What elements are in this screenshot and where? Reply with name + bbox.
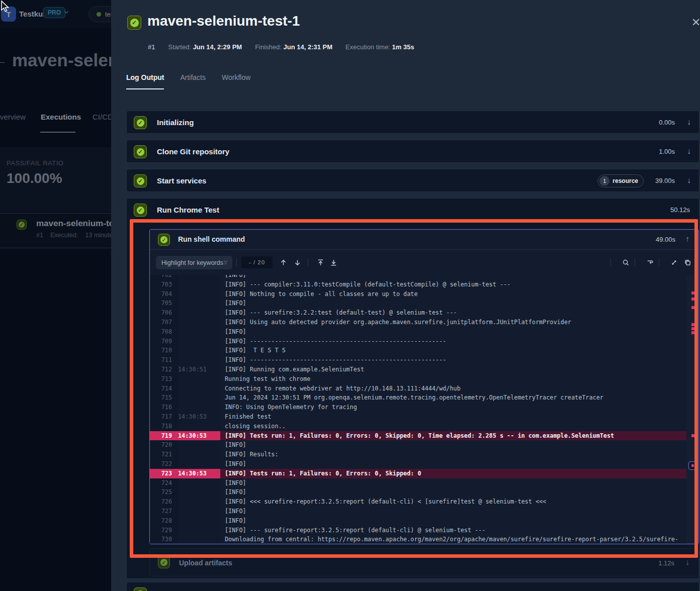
log-line[interactable]: 718closing session.. xyxy=(150,422,686,431)
log-line[interactable]: 711[INFO] ------------------------------… xyxy=(150,355,686,365)
current-match-marker[interactable] xyxy=(688,461,697,470)
line-number[interactable]: 720 xyxy=(150,440,178,450)
line-wrap-icon[interactable] xyxy=(643,256,656,269)
search-match-marker[interactable] xyxy=(691,298,694,301)
expand-down-icon[interactable]: ↓ xyxy=(687,176,691,185)
line-number[interactable]: 728 xyxy=(150,516,178,526)
line-content: [INFO] xyxy=(220,487,246,497)
line-number[interactable]: 717 xyxy=(150,412,178,422)
log-viewer[interactable]: 702[INFO]703[INFO] --- compiler:3.11.0:t… xyxy=(150,275,699,544)
step-initializing[interactable]: ✓ Initializing 0.00s ↓ xyxy=(126,111,699,134)
log-line[interactable]: 721[INFO] Results: xyxy=(150,450,686,459)
expand-down-icon[interactable]: ↓ xyxy=(685,558,689,567)
line-content: [INFO] xyxy=(220,440,246,450)
log-line[interactable]: 709[INFO] ------------------------------… xyxy=(150,337,686,346)
line-content: [INFO] --- surefire:3.2.2:test (default-… xyxy=(220,308,457,318)
tab-workflow[interactable]: Workflow xyxy=(222,73,250,89)
log-line[interactable]: 72314:30:53[INFO] Tests run: 1, Failures… xyxy=(150,469,686,478)
log-line[interactable]: 704[INFO] Nothing to compile - all class… xyxy=(150,289,686,299)
log-line[interactable]: 728[INFO] xyxy=(150,516,686,526)
copy-icon[interactable] xyxy=(681,256,694,269)
line-number[interactable]: 715 xyxy=(150,393,178,403)
line-number[interactable]: 725 xyxy=(150,487,178,497)
step-run-chrome-test[interactable]: ✓ Run Chrome Test 50.12s ✓ Run shell com… xyxy=(126,198,699,579)
line-number[interactable]: 713 xyxy=(150,374,178,384)
line-number[interactable]: 708 xyxy=(150,327,178,337)
line-number[interactable]: 705 xyxy=(150,299,178,308)
line-timestamp xyxy=(178,440,220,450)
expand-down-icon[interactable]: ↓ xyxy=(687,147,691,156)
log-line[interactable]: 713Running test with chrome xyxy=(150,374,686,384)
step-start-services[interactable]: ✓ Start services 1 resource 39.00s ↓ xyxy=(126,169,699,192)
log-line[interactable]: 703[INFO] --- compiler:3.11.0:testCompil… xyxy=(150,280,686,289)
line-number[interactable]: 730 xyxy=(150,535,178,544)
line-number[interactable]: 703 xyxy=(150,280,178,289)
log-line[interactable]: 705[INFO] xyxy=(150,299,686,308)
log-line[interactable]: 715Jun 14, 2024 12:30:51 PM org.openqa.s… xyxy=(150,393,686,403)
line-number[interactable]: 706 xyxy=(150,308,178,318)
scroll-to-top-icon[interactable] xyxy=(314,256,327,269)
log-line[interactable]: 726[INFO] <<< surefire-report:3.2.5:repo… xyxy=(150,497,686,507)
tab-log-output[interactable]: Log Output xyxy=(126,73,164,89)
line-number[interactable]: 727 xyxy=(150,507,178,516)
search-match-marker[interactable] xyxy=(691,331,694,334)
close-icon[interactable]: ✕ xyxy=(689,16,700,29)
line-number[interactable]: 702 xyxy=(150,275,178,280)
line-number[interactable]: 719 xyxy=(150,431,178,441)
line-number[interactable]: 711 xyxy=(150,355,178,365)
log-line[interactable]: 716INFO: Using OpenTelemetry for tracing xyxy=(150,403,686,412)
log-line[interactable]: 71914:30:53[INFO] Tests run: 1, Failures… xyxy=(150,431,686,441)
fullscreen-expand-icon[interactable] xyxy=(667,256,680,269)
modal-backdrop[interactable] xyxy=(0,0,111,591)
log-line[interactable]: 727[INFO] xyxy=(150,507,686,516)
log-line[interactable]: 722[INFO] xyxy=(150,459,686,469)
shell-panel-header[interactable]: ✓ Run shell command 49.00s ↑ xyxy=(150,230,698,250)
search-match-marker[interactable] xyxy=(691,327,694,330)
log-scrollbar[interactable] xyxy=(686,275,699,544)
collapse-up-icon[interactable]: ↑ xyxy=(686,234,690,243)
log-line[interactable]: 707[INFO] Using auto detected provider o… xyxy=(150,318,686,327)
line-number[interactable]: 710 xyxy=(150,346,178,355)
scroll-to-bottom-icon[interactable] xyxy=(327,256,340,269)
line-number[interactable]: 712 xyxy=(150,365,178,374)
step-clone-git[interactable]: ✓ Clone Git repository 1.00s ↓ xyxy=(126,140,699,163)
line-number[interactable]: 722 xyxy=(150,459,178,469)
line-number[interactable]: 724 xyxy=(150,478,178,488)
log-line[interactable]: 71214:30:51[INFO] Running com.example.Se… xyxy=(150,365,686,374)
line-number[interactable]: 709 xyxy=(150,337,178,346)
step-upload-artifacts[interactable]: ✓ Upload artifacts 1.12s ↓ xyxy=(149,548,699,576)
search-match-marker[interactable] xyxy=(691,291,694,294)
line-number[interactable]: 721 xyxy=(150,450,178,459)
expand-down-icon[interactable]: ↓ xyxy=(687,118,691,127)
log-line[interactable]: 702[INFO] xyxy=(150,275,686,280)
line-number[interactable]: 718 xyxy=(150,422,178,431)
tab-artifacts[interactable]: Artifacts xyxy=(180,73,206,89)
line-number[interactable]: 714 xyxy=(150,384,178,393)
log-lines: 702[INFO]703[INFO] --- compiler:3.11.0:t… xyxy=(150,275,686,544)
log-line[interactable]: 724[INFO] xyxy=(150,478,686,488)
previous-match-icon[interactable] xyxy=(277,256,290,269)
log-line[interactable]: 710[INFO] T E S T S xyxy=(150,346,686,355)
search-match-marker[interactable] xyxy=(691,306,694,309)
keyword-highlight-input[interactable]: Highlight for keywords xyxy=(156,256,232,269)
search-icon[interactable] xyxy=(619,256,632,269)
line-number[interactable]: 723 xyxy=(150,469,178,478)
log-line[interactable]: 729[INFO] --- surefire-report:3.2.5:repo… xyxy=(150,526,686,535)
search-match-marker[interactable] xyxy=(691,434,694,437)
search-match-marker[interactable] xyxy=(691,323,694,326)
line-number[interactable]: 726 xyxy=(150,497,178,507)
next-match-icon[interactable] xyxy=(291,256,304,269)
log-line[interactable]: 706[INFO] --- surefire:3.2.2:test (defau… xyxy=(150,308,686,318)
line-number[interactable]: 716 xyxy=(150,403,178,412)
step-stop-services[interactable]: ✓ Stop services 1.03s ↓ xyxy=(126,582,699,591)
expand-down-icon[interactable]: ↓ xyxy=(687,589,691,591)
log-line[interactable]: 708[INFO] xyxy=(150,327,686,337)
line-number[interactable]: 704 xyxy=(150,289,178,299)
log-line[interactable]: 725[INFO] xyxy=(150,487,686,497)
log-line[interactable]: 714Connecting to remote webdriver at htt… xyxy=(150,384,686,393)
log-line[interactable]: 730Downloading from central: https://rep… xyxy=(150,535,686,544)
line-number[interactable]: 729 xyxy=(150,526,178,535)
line-number[interactable]: 707 xyxy=(150,318,178,327)
log-line[interactable]: 71714:30:53Finished test xyxy=(150,412,686,422)
log-line[interactable]: 720[INFO] xyxy=(150,440,686,450)
